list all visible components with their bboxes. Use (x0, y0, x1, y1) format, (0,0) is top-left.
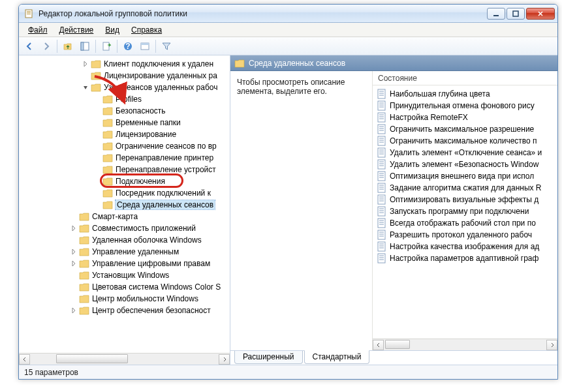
forward-button[interactable] (39, 38, 54, 54)
tree-item[interactable]: Совместимость приложений (19, 222, 230, 234)
expand-icon[interactable] (70, 271, 78, 279)
tab-standard[interactable]: Стандартный (304, 350, 370, 364)
expand-icon[interactable] (70, 260, 78, 267)
list-item[interactable]: Задание алгоритма сжатия для данных R (373, 182, 557, 194)
tree-item-label: Центр обеспечения безопасност (92, 306, 211, 315)
expand-icon[interactable] (70, 307, 78, 314)
scroll-right-button[interactable] (546, 340, 557, 350)
tree-item[interactable]: Среда удаленных сеансов (19, 199, 230, 211)
scroll-track[interactable] (30, 354, 219, 365)
properties-button[interactable] (137, 38, 153, 54)
scroll-right-button[interactable] (219, 354, 230, 365)
maximize-button[interactable] (507, 8, 525, 20)
filter-button[interactable] (159, 38, 174, 54)
expand-icon[interactable] (82, 83, 89, 91)
list-item[interactable]: Настройка качества изображения для ад (373, 241, 557, 252)
tree-item[interactable]: Временные папки (19, 117, 230, 128)
list-item[interactable]: Оптимизировать визуальные эффекты д (373, 194, 557, 205)
export-button[interactable] (99, 38, 114, 54)
minimize-button[interactable] (487, 8, 505, 20)
back-button[interactable] (22, 38, 37, 54)
up-button[interactable] (60, 38, 76, 54)
expand-icon[interactable] (93, 119, 101, 127)
tree-item-label: Управление удаленным (92, 247, 179, 256)
expand-icon[interactable] (70, 213, 78, 220)
expand-icon[interactable] (93, 130, 101, 138)
tree-item-label: Удаленная оболочка Windows (92, 235, 202, 245)
list-item[interactable]: Всегда отображать рабочий стол при по (373, 217, 557, 229)
policy-list[interactable]: Наибольшая глубина цветаПринудительная о… (373, 85, 557, 339)
scroll-thumb[interactable] (385, 340, 410, 349)
expand-icon[interactable] (70, 224, 78, 232)
scroll-left-button[interactable] (19, 354, 30, 365)
scroll-thumb[interactable] (56, 354, 128, 363)
list-item[interactable]: Удалить элемент «Отключение сеанса» и (373, 147, 557, 158)
expand-icon[interactable] (70, 248, 78, 256)
expand-icon[interactable] (93, 154, 101, 162)
list-item[interactable]: Принудительная отмена фонового рису (373, 100, 557, 112)
tree-item-label: Среда удаленных сеансов (116, 200, 215, 209)
list-item[interactable]: Настройка параметров адаптивной граф (373, 252, 557, 264)
list-item[interactable]: Удалить элемент «Безопасность Window (373, 158, 557, 170)
list-item-label: Удалить элемент «Отключение сеанса» и (390, 148, 542, 157)
tree-scrollbar[interactable] (19, 353, 230, 365)
tree-item[interactable]: Подключения (19, 175, 230, 187)
expand-icon[interactable] (70, 283, 78, 291)
expand-icon[interactable] (93, 189, 101, 197)
expand-icon[interactable] (82, 60, 89, 68)
tree-item[interactable]: Лицензирование (19, 128, 230, 140)
tree[interactable]: Клиент подключения к удаленЛицензировани… (19, 55, 230, 353)
list-item-label: Запускать программу при подключени (390, 207, 529, 216)
menu-view[interactable]: Вид (100, 24, 125, 36)
help-button[interactable]: ? (120, 38, 136, 54)
tree-item[interactable]: Лицензирование удаленных ра (19, 70, 230, 82)
svg-rect-61 (378, 230, 385, 239)
tree-item[interactable]: Центр обеспечения безопасност (19, 305, 230, 316)
expand-icon[interactable] (70, 236, 78, 244)
tree-item[interactable]: Центр мобильности Windows (19, 293, 230, 305)
list-item[interactable]: Настройка RemoteFX (373, 112, 557, 123)
tree-item[interactable]: Profiles (19, 93, 230, 105)
list-item[interactable]: Ограничить максимальное разрешение (373, 123, 557, 135)
expand-icon[interactable] (93, 166, 101, 173)
expand-icon[interactable] (82, 72, 89, 80)
tree-item[interactable]: Перенаправление устройст (19, 164, 230, 175)
scroll-track[interactable] (384, 340, 546, 350)
menu-file[interactable]: Файл (23, 24, 53, 36)
tab-extended[interactable]: Расширенный (234, 351, 303, 364)
expand-icon[interactable] (93, 107, 101, 115)
tree-item[interactable]: Управление удаленным (19, 246, 230, 258)
scroll-left-button[interactable] (373, 340, 384, 350)
menu-action[interactable]: Действие (54, 24, 99, 36)
tree-item[interactable]: Удаленная оболочка Windows (19, 234, 230, 246)
list-item[interactable]: Разрешить протокол удаленного рабоч (373, 229, 557, 241)
list-item[interactable]: Запускать программу при подключени (373, 205, 557, 217)
tree-item[interactable]: Клиент подключения к удален (19, 58, 230, 70)
list-item[interactable]: Наибольшая глубина цвета (373, 88, 557, 100)
list-item-label: Наибольшая глубина цвета (390, 89, 490, 98)
list-item-label: Принудительная отмена фонового рису (390, 101, 535, 110)
separator (57, 40, 57, 53)
expand-icon[interactable] (93, 177, 101, 185)
tree-item[interactable]: Посредник подключений к (19, 187, 230, 199)
svg-rect-3 (27, 14, 31, 14)
tree-item[interactable]: Управление цифровыми правам (19, 258, 230, 269)
tree-item[interactable]: Безопасность (19, 105, 230, 117)
expand-icon[interactable] (93, 95, 101, 103)
expand-icon[interactable] (93, 201, 101, 209)
column-header-state[interactable]: Состояние (373, 71, 557, 85)
expand-icon[interactable] (93, 142, 101, 150)
tree-item[interactable]: Перенаправление принтер (19, 152, 230, 164)
tree-item[interactable]: Цветовая система Windows Color S (19, 281, 230, 293)
expand-icon[interactable] (70, 295, 78, 303)
tree-item[interactable]: Ограничение сеансов по вр (19, 140, 230, 152)
list-scrollbar[interactable] (373, 339, 557, 350)
tree-item[interactable]: Установщик Windows (19, 269, 230, 281)
tree-item[interactable]: Смарт-карта (19, 211, 230, 222)
list-item[interactable]: Оптимизация внешнего вида при испол (373, 170, 557, 182)
menu-help[interactable]: Справка (126, 24, 167, 36)
close-button[interactable] (526, 8, 555, 20)
tree-item[interactable]: Узел сеансов удаленных рабоч (19, 82, 230, 93)
list-item[interactable]: Ограничить максимальное количество п (373, 135, 557, 147)
show-hide-tree-button[interactable] (77, 38, 93, 54)
